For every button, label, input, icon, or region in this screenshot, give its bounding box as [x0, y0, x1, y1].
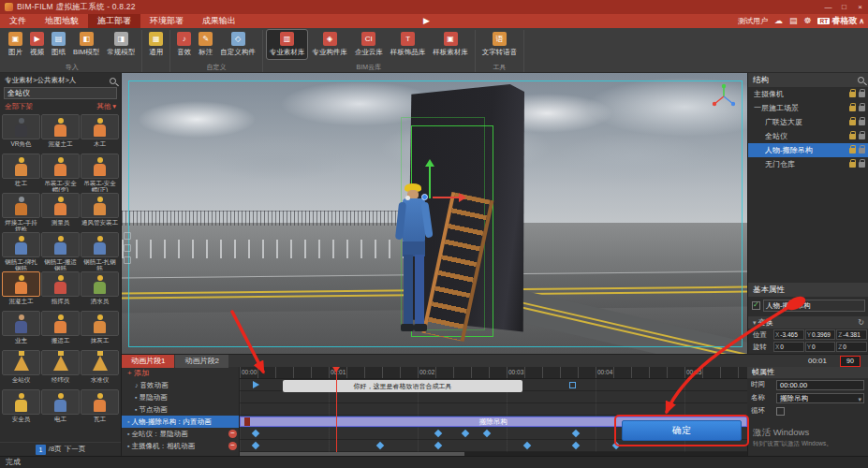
ribbon-button-template-material[interactable]: ▣样板素材库	[430, 30, 471, 59]
confirm-button[interactable]: 确定	[622, 420, 742, 441]
timeline-lane-6[interactable]	[240, 440, 747, 452]
search-input[interactable]	[4, 87, 117, 99]
page-current[interactable]: 1	[36, 445, 46, 455]
lock-icon[interactable]	[849, 106, 856, 111]
ribbon-button-image[interactable]: ▣图片	[6, 30, 25, 59]
ribbon-button-general[interactable]: ▦通用	[146, 30, 166, 59]
timeline-tab-2[interactable]: 动画片段2	[175, 355, 228, 368]
asset-item-20[interactable]: 经纬仪	[41, 350, 80, 388]
transform-y-field[interactable]: Y0.3969	[805, 329, 836, 340]
timeline-lanes[interactable]: 00:0000:0100:0200:0300:0400:05 搬除吊构 你好，这…	[240, 367, 747, 456]
track-name-6[interactable]: ▪主摄像机：相机动画−	[122, 440, 239, 452]
asset-item-17[interactable]: 搬运工	[41, 311, 80, 349]
asset-item-8[interactable]: 测量员	[41, 193, 80, 231]
object-name-field[interactable]: 人物-搬除吊构	[763, 300, 865, 312]
ribbon-button-bim-model[interactable]: ◧BIM模型	[70, 30, 102, 59]
keyframe-marker[interactable]	[244, 417, 250, 426]
time-field[interactable]: 00:00.00	[776, 380, 864, 390]
timeline-lane-3[interactable]	[240, 403, 747, 416]
lock-icon[interactable]	[859, 120, 865, 125]
asset-item-2[interactable]: 混凝土工	[41, 114, 80, 153]
keyframe-marker[interactable]	[569, 382, 576, 388]
structure-item-2[interactable]: 一层施工场景	[748, 101, 868, 115]
settings-gear-icon[interactable]: ☸	[803, 14, 811, 28]
lock-icon[interactable]	[859, 162, 865, 168]
ribbon-button-tts[interactable]: 语文字转语音	[479, 30, 521, 59]
track-name-2[interactable]: ▪显隐动画	[122, 391, 239, 403]
asset-item-10[interactable]: 钢筋工-绑扎钢筋	[2, 232, 40, 271]
menu-item-1[interactable]: 文件	[0, 14, 36, 28]
lock-icon[interactable]	[859, 148, 865, 154]
user-name[interactable]: 测试用户	[738, 16, 768, 26]
keyframe-marker[interactable]	[461, 430, 468, 437]
axis-gizmo[interactable]	[710, 82, 738, 110]
close-button[interactable]: ×	[852, 0, 868, 14]
viewport-tool-icon[interactable]	[124, 244, 131, 252]
asset-item-5[interactable]: 吊装工-安全帽(歪)	[41, 154, 80, 192]
ribbon-button-video[interactable]: ▶视频	[27, 30, 47, 59]
keyframe-marker[interactable]	[612, 442, 620, 449]
asset-item-3[interactable]: 木工	[81, 114, 119, 153]
asset-item-15[interactable]: 洒水员	[81, 271, 119, 310]
structure-item-3[interactable]: 广联达大厦	[748, 115, 868, 129]
play-button[interactable]: ▶	[423, 14, 430, 28]
next-page-button[interactable]: 下一页	[65, 445, 86, 454]
minimize-button[interactable]: —	[820, 0, 836, 14]
lock-icon[interactable]	[849, 134, 856, 139]
ribbon-button-template-decor[interactable]: T样板饰品库	[388, 30, 429, 59]
collapse-ribbon-icon[interactable]: ∧	[859, 17, 864, 25]
timeline-tab-1[interactable]: 动画片段1	[122, 355, 174, 368]
asset-item-11[interactable]: 钢筋工-搬运钢筋	[41, 232, 80, 271]
transform-y-field[interactable]: Y0	[805, 342, 836, 352]
folder-icon[interactable]: ▤	[789, 14, 798, 28]
track-name-4[interactable]: ▪人物-搬除吊构：内置动画	[122, 416, 239, 428]
keyframe-marker[interactable]	[572, 430, 580, 437]
structure-item-5[interactable]: 人物-搬除吊构	[748, 143, 868, 157]
keyframe-marker[interactable]	[252, 442, 259, 449]
ribbon-button-enterprise-cloud[interactable]: CI企业云库	[352, 30, 386, 59]
track-name-5[interactable]: ▪全站仪：显隐动画−	[122, 428, 239, 440]
gizmo-x-axis[interactable]	[433, 197, 459, 198]
menu-item-2[interactable]: 地图地貌	[36, 14, 88, 28]
keyframe-marker[interactable]	[572, 442, 580, 449]
playhead[interactable]	[336, 367, 338, 452]
timeline-lane-2[interactable]	[240, 391, 747, 403]
frame-rate-field[interactable]: 90	[840, 356, 861, 367]
structure-item-4[interactable]: 全站仪	[748, 129, 868, 143]
remove-track-icon[interactable]: −	[228, 430, 237, 438]
lock-icon[interactable]	[849, 162, 856, 168]
ribbon-button-sound[interactable]: ♪音效	[174, 30, 194, 59]
lock-icon[interactable]	[849, 148, 856, 154]
asset-item-16[interactable]: 业主	[2, 311, 40, 349]
visibility-checkbox[interactable]	[752, 301, 760, 310]
track-name-3[interactable]: ▪节点动画	[122, 403, 239, 416]
menu-item-4[interactable]: 环境部署	[140, 14, 193, 28]
asset-item-4[interactable]: 壮工	[2, 154, 40, 192]
ribbon-button-drawing[interactable]: ▤图纸	[49, 30, 68, 59]
ribbon-button-generic-model[interactable]: ◨常规模型	[104, 30, 138, 59]
search-icon[interactable]	[110, 78, 116, 84]
filter-status[interactable]: 全部下架	[5, 102, 33, 111]
cloud-upload-icon[interactable]: ☁	[774, 14, 783, 28]
viewport-3d[interactable]	[122, 73, 747, 354]
asset-item-9[interactable]: 通风管安装工	[81, 193, 119, 231]
track-name-1[interactable]: ♪音效动画	[122, 379, 239, 391]
menu-item-3[interactable]: 施工部署	[88, 14, 140, 28]
lock-icon[interactable]	[859, 134, 865, 139]
transform-x-field[interactable]: X0	[773, 342, 804, 352]
gizmo-y-axis[interactable]	[429, 167, 431, 198]
transform-z-field[interactable]: Z0	[836, 342, 867, 352]
ribbon-button-custom-component[interactable]: ◇自定义构件	[217, 30, 258, 59]
lock-icon[interactable]	[849, 92, 856, 97]
viewport-tool-icon[interactable]	[124, 256, 131, 264]
asset-item-22[interactable]: 安全员	[2, 389, 40, 428]
remove-track-icon[interactable]: −	[228, 442, 237, 450]
ribbon-button-material-library[interactable]: ▥专业素材库	[267, 30, 308, 59]
transform-z-field[interactable]: Z-4.381	[836, 329, 867, 340]
asset-item-6[interactable]: 吊装工-安全帽(正)	[81, 154, 119, 192]
loop-checkbox[interactable]	[776, 407, 785, 416]
keyframe-marker[interactable]	[523, 442, 531, 449]
keyframe-marker[interactable]	[434, 442, 442, 449]
keyframe-marker[interactable]	[253, 381, 259, 388]
asset-item-1[interactable]: VR角色	[2, 114, 40, 153]
